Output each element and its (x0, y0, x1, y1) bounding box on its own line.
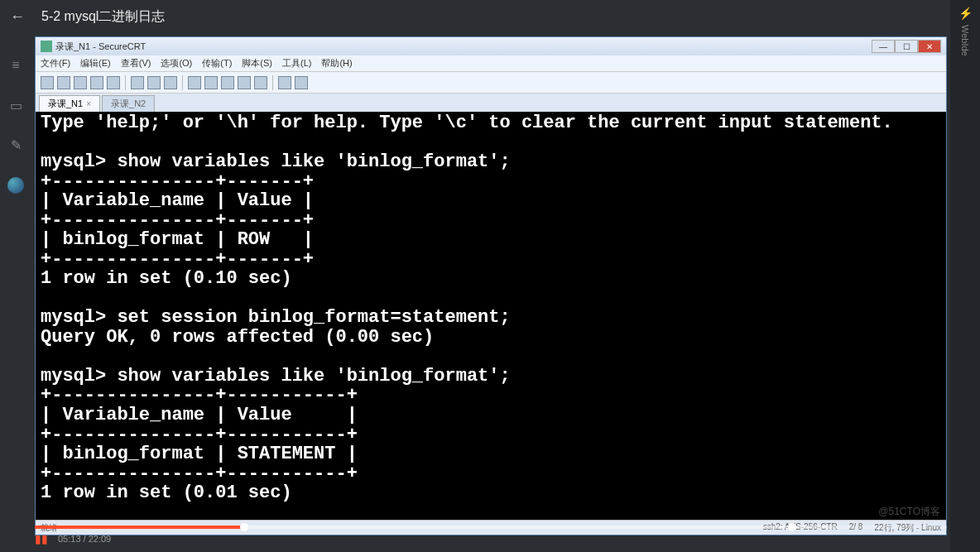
toolbar-separator (125, 75, 126, 90)
minimize-button[interactable]: — (872, 40, 895, 53)
menu-transfer[interactable]: 传输(T) (202, 57, 232, 70)
menu-help[interactable]: 帮助(H) (321, 57, 352, 70)
menu-view[interactable]: 查看(V) (121, 57, 151, 70)
left-rail: ≡ ▭ ✎ (0, 33, 31, 552)
tab-bar: 录课_N1× 录课_N2 (36, 94, 946, 112)
toolbar-icon[interactable] (147, 76, 161, 89)
close-icon[interactable]: × (86, 99, 91, 108)
window-titlebar[interactable]: 录课_N1 - SecureCRT — ☐ ✕ (36, 37, 946, 55)
top-bar: ← 5-2 mysql二进制日志 (0, 0, 980, 33)
toolbar-icon[interactable] (295, 76, 308, 89)
window-controls: — ☐ ✕ (872, 40, 941, 53)
edit-icon[interactable]: ✎ (8, 137, 23, 152)
menu-file[interactable]: 文件(F) (41, 57, 70, 70)
toolbar-icon[interactable] (164, 76, 177, 89)
tab-session-2[interactable]: 录课_N2 (102, 95, 155, 112)
toolbar-icon[interactable] (188, 76, 201, 89)
note-icon[interactable]: ▭ (8, 98, 23, 113)
menu-edit[interactable]: 编辑(E) (80, 57, 111, 70)
bolt-icon[interactable]: ⚡ (958, 7, 973, 20)
pause-button[interactable]: ▮▮ (35, 532, 48, 545)
window-title-text: 录课_N1 - SecureCRT (55, 41, 146, 53)
tab-session-1[interactable]: 录课_N1× (39, 95, 100, 112)
maximize-button[interactable]: ☐ (895, 40, 918, 53)
video-time: 05:13 / 22:09 (58, 534, 111, 544)
back-button[interactable]: ← (10, 8, 25, 26)
toolbar-icon[interactable] (107, 76, 120, 89)
menu-icon[interactable]: ≡ (8, 58, 23, 73)
menu-tools[interactable]: 工具(L) (282, 57, 311, 70)
page-title: 5-2 mysql二进制日志 (41, 8, 165, 26)
close-button[interactable]: ✕ (918, 40, 941, 53)
toolbar-icon[interactable] (204, 76, 218, 89)
toolbar-icon[interactable] (238, 76, 251, 89)
video-progress-track[interactable] (35, 526, 947, 529)
toolbar-icon[interactable] (57, 76, 70, 89)
app-icon (41, 41, 52, 52)
webide-label[interactable]: WebIde (960, 25, 970, 56)
menu-script[interactable]: 脚本(S) (242, 57, 272, 70)
menu-options[interactable]: 选项(O) (161, 57, 192, 70)
toolbar-icon[interactable] (131, 76, 144, 89)
video-controls: ▮▮ 05:13 / 22:09 (35, 530, 947, 547)
toolbar-icon[interactable] (221, 76, 234, 89)
toolbar-icon[interactable] (254, 76, 267, 89)
toolbar-icon[interactable] (74, 76, 87, 89)
right-rail: ⚡ WebIde (950, 0, 980, 552)
watermark: @51CTO博客 (878, 505, 940, 519)
video-progress (35, 526, 244, 529)
globe-icon[interactable] (7, 177, 24, 194)
toolbar-icon[interactable] (278, 76, 291, 89)
terminal-output[interactable]: Type 'help;' or '\h' for help. Type '\c'… (36, 112, 946, 520)
toolbar (36, 72, 946, 94)
menu-bar: 文件(F) 编辑(E) 查看(V) 选项(O) 传输(T) 脚本(S) 工具(L… (36, 55, 946, 72)
toolbar-icon[interactable] (41, 76, 54, 89)
toolbar-separator (182, 75, 183, 90)
toolbar-icon[interactable] (90, 76, 103, 89)
securecrt-window: 录课_N1 - SecureCRT — ☐ ✕ 文件(F) 编辑(E) 查看(V… (35, 36, 947, 535)
toolbar-separator (272, 75, 273, 90)
